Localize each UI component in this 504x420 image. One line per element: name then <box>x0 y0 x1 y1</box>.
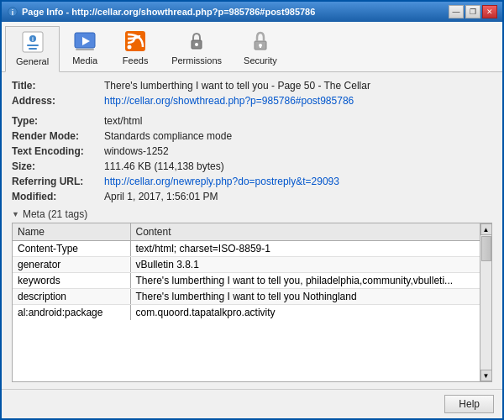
svg-text:i: i <box>12 8 13 17</box>
general-icon: i <box>21 30 45 54</box>
scroll-track[interactable] <box>480 235 491 370</box>
table-row: descriptionThere's lumberthing I want to… <box>13 289 491 305</box>
title-bar: i Page Info - http://cellar.org/showthre… <box>2 2 502 22</box>
meta-content-cell: There's lumberthing I want to tell you N… <box>130 289 491 305</box>
render-label: Render Mode: <box>12 129 104 143</box>
meta-name-cell: keywords <box>13 273 130 289</box>
scrollbar[interactable]: ▲ ▼ <box>480 223 491 381</box>
minimize-button[interactable]: — <box>449 5 464 18</box>
tab-security-label: Security <box>244 55 277 66</box>
scroll-thumb[interactable] <box>481 236 491 261</box>
modified-label: Modified: <box>12 190 104 203</box>
scroll-down-arrow[interactable]: ▼ <box>480 370 492 381</box>
address-row: Address: http://cellar.org/showthread.ph… <box>12 94 492 108</box>
modified-row: Modified: April 1, 2017, 1:56:01 PM <box>12 190 492 203</box>
col-header-name: Name <box>13 223 130 241</box>
meta-content-cell: There's lumberthing I want to tell you, … <box>130 273 491 289</box>
meta-header: ▼ Meta (21 tags) <box>12 208 492 220</box>
size-value: 111.46 KB (114,138 bytes) <box>104 160 224 173</box>
bottom-bar: Help <box>2 389 502 418</box>
toolbar: i General Media <box>2 22 502 72</box>
table-row: generatorvBulletin 3.8.1 <box>13 257 491 273</box>
meta-name-cell: description <box>13 289 130 305</box>
type-value: text/html <box>104 114 142 128</box>
address-label: Address: <box>12 94 104 108</box>
window-icon: i <box>7 6 18 18</box>
title-label: Title: <box>12 79 104 92</box>
permissions-icon <box>185 29 208 53</box>
tab-permissions-label: Permissions <box>171 55 222 66</box>
render-value: Standards compliance mode <box>104 129 232 143</box>
meta-name-cell: Content-Type <box>13 241 130 257</box>
type-row: Type: text/html <box>12 114 492 128</box>
svg-rect-5 <box>27 45 39 46</box>
meta-content-cell: com.quoord.tapatalkpro.activity <box>130 305 491 321</box>
title-row: Title: There's lumberthing I want to tel… <box>12 79 492 92</box>
tab-general[interactable]: i General <box>5 26 60 72</box>
tab-security[interactable]: Security <box>233 25 288 71</box>
title-bar-buttons: — ❐ ✕ <box>449 5 497 18</box>
tab-permissions[interactable]: Permissions <box>160 25 233 71</box>
col-header-content: Content <box>130 223 491 241</box>
size-label: Size: <box>12 160 104 173</box>
tab-feeds-label: Feeds <box>123 55 149 66</box>
meta-section: ▼ Meta (21 tags) Name Content Content-Ty… <box>12 208 492 382</box>
tab-media[interactable]: Media <box>60 25 110 71</box>
media-icon <box>73 29 97 53</box>
meta-name-cell: al:android:package <box>13 305 130 321</box>
table-row: keywordsThere's lumberthing I want to te… <box>13 273 491 289</box>
collapse-triangle-icon[interactable]: ▼ <box>12 210 19 218</box>
window-title: Page Info - http://cellar.org/showthread… <box>22 7 315 17</box>
svg-text:i: i <box>32 36 34 42</box>
scroll-up-arrow[interactable]: ▲ <box>480 223 492 235</box>
meta-content-cell: text/html; charset=ISO-8859-1 <box>130 241 491 257</box>
svg-rect-9 <box>76 49 94 50</box>
meta-name-cell: generator <box>13 257 130 273</box>
modified-value: April 1, 2017, 1:56:01 PM <box>104 190 218 203</box>
address-value[interactable]: http://cellar.org/showthread.php?p=98578… <box>104 94 354 108</box>
title-value: There's lumberthing I want to tell you -… <box>104 79 370 92</box>
tab-media-label: Media <box>72 55 97 66</box>
referring-row: Referring URL: http://cellar.org/newrepl… <box>12 175 492 188</box>
feeds-icon <box>123 29 147 53</box>
svg-rect-6 <box>29 48 37 50</box>
page-info-window: i Page Info - http://cellar.org/showthre… <box>0 0 504 420</box>
tab-feeds[interactable]: Feeds <box>110 25 160 71</box>
size-row: Size: 111.46 KB (114,138 bytes) <box>12 160 492 173</box>
meta-header-label: Meta (21 tags) <box>23 208 87 220</box>
meta-table-container: Name Content Content-Typetext/html; char… <box>12 223 492 382</box>
close-button[interactable]: ✕ <box>482 5 497 18</box>
meta-content-cell: vBulletin 3.8.1 <box>130 257 491 273</box>
svg-point-13 <box>195 43 198 46</box>
content-area: Title: There's lumberthing I want to tel… <box>2 72 502 389</box>
encoding-label: Text Encoding: <box>12 144 104 158</box>
meta-table: Name Content Content-Typetext/html; char… <box>13 223 491 320</box>
svg-rect-16 <box>260 45 261 48</box>
render-row: Render Mode: Standards compliance mode <box>12 129 492 143</box>
svg-point-11 <box>128 45 132 50</box>
type-label: Type: <box>12 114 104 128</box>
security-icon <box>249 29 272 53</box>
restore-button[interactable]: ❐ <box>465 5 480 18</box>
table-row: al:android:packagecom.quoord.tapatalkpro… <box>13 305 491 321</box>
referring-value[interactable]: http://cellar.org/newreply.php?do=postre… <box>104 175 339 188</box>
help-button[interactable]: Help <box>444 395 494 413</box>
table-row: Content-Typetext/html; charset=ISO-8859-… <box>13 241 491 257</box>
tab-general-label: General <box>16 56 49 66</box>
encoding-value: windows-1252 <box>104 144 169 158</box>
referring-label: Referring URL: <box>12 175 104 188</box>
title-bar-text: i Page Info - http://cellar.org/showthre… <box>7 6 315 18</box>
encoding-row: Text Encoding: windows-1252 <box>12 144 492 158</box>
